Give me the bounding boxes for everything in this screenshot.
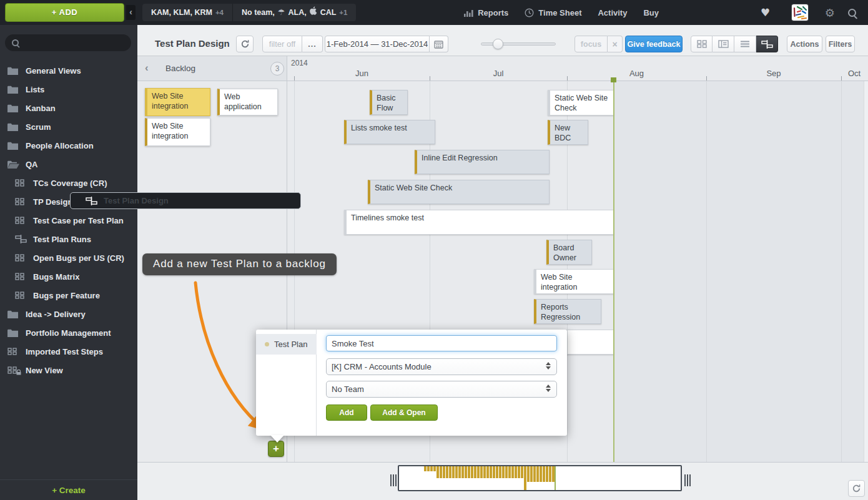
timeline-card-lists-smoke-test[interactable]: Lists smoke test: [344, 120, 435, 144]
timeline-card-timelines-smoke-test[interactable]: Timelines smoke test: [344, 210, 614, 235]
sidebar-item-open-bugs-per-us-cr[interactable]: Open Bugs per US (CR): [0, 248, 137, 267]
sidebar-item-qa[interactable]: QA: [0, 155, 137, 174]
sidebar-item-tcs-coverage-cr[interactable]: TCs Coverage (CR): [0, 174, 137, 192]
project-select[interactable]: [K] CRM - Accounts Module: [326, 358, 557, 375]
sidebar-item-idea-delivery[interactable]: Idea -> Delivery: [0, 305, 137, 323]
tutorial-tooltip: Add a new Test Plan to a backlog: [142, 253, 337, 275]
refresh-button[interactable]: [236, 36, 254, 52]
select-arrows-icon: [546, 362, 551, 370]
folder-icon: [7, 67, 19, 75]
sidebar-item-imported-test-steps[interactable]: Imported Test Steps: [0, 342, 137, 361]
view-mode-board-button[interactable]: [713, 36, 734, 52]
minimap-histogram-bar: [446, 466, 448, 478]
sidebar-item-people-allocation[interactable]: People Allocation: [0, 136, 137, 155]
give-feedback-button[interactable]: Give feedback: [625, 36, 683, 52]
timeline-card-web-site-integration[interactable]: Web Site integration: [534, 269, 614, 294]
add-button[interactable]: + ADD: [5, 3, 124, 22]
timeline-year-label: 2014: [291, 59, 308, 67]
filter-button[interactable]: filter off: [262, 36, 302, 52]
timeline-card-basic-flow[interactable]: Basic Flow: [370, 90, 408, 115]
timeline-vertical-scrollbar[interactable]: [864, 81, 868, 462]
timeline-card-static-web-site-check[interactable]: Static Web Site Check: [548, 90, 614, 115]
timeline-card-inline-edit-regression[interactable]: Inline Edit Regression: [415, 150, 550, 174]
date-range-button[interactable]: 1-Feb-2014 — 31-Dec-2014: [325, 36, 430, 52]
nav-buy[interactable]: Buy: [643, 8, 659, 17]
focus-button[interactable]: focus: [575, 36, 608, 52]
sidebar-item-test-plan-runs[interactable]: Test Plan Runs: [0, 230, 137, 248]
minimap-left-handle[interactable]: [390, 474, 397, 486]
minimap-today-line: [555, 466, 556, 490]
timeline-card-new[interactable]: [565, 330, 614, 355]
minimap-refresh-button[interactable]: [848, 480, 865, 497]
sidebar-item-label: Test Plan Runs: [33, 235, 91, 244]
calendar-icon[interactable]: [430, 36, 448, 52]
zoom-slider-knob[interactable]: [493, 39, 503, 49]
sidebar-item-label: Portfolio Management: [26, 328, 111, 338]
backlog-card-web-application[interactable]: Web application: [217, 89, 278, 115]
create-view-button[interactable]: + Create: [52, 486, 86, 495]
sidebar-search[interactable]: [5, 34, 131, 51]
teams-group-1-more: +4: [215, 4, 224, 21]
nav-activity[interactable]: Activity: [598, 8, 627, 17]
sidebar-item-portfolio-management[interactable]: Portfolio Management: [0, 323, 137, 342]
sidebar-item-new-view[interactable]: New View: [0, 361, 137, 380]
month-label-jul: Jul: [493, 69, 504, 78]
sidebar-search-input[interactable]: [24, 39, 124, 47]
zoom-slider[interactable]: [481, 42, 556, 46]
filter-more-button[interactable]: ...: [302, 36, 323, 52]
teams-group-1[interactable]: KAM, KLM, KRM +4: [142, 4, 232, 21]
folder-icon: [7, 123, 19, 131]
team-select[interactable]: No Team: [326, 381, 557, 398]
backlog-card-web-site-integration[interactable]: Web Site integration: [145, 118, 210, 146]
sidebar-item-scrum[interactable]: Scrum: [0, 117, 137, 136]
month-gridline: [841, 81, 842, 462]
add-and-open-button[interactable]: Add & Open: [370, 404, 438, 421]
minimap-histogram-bar: [502, 466, 505, 478]
month-tick: [841, 76, 842, 81]
sidebar-item-test-plan-design[interactable]: Test Plan Design: [70, 192, 301, 209]
filters-button[interactable]: Filters: [826, 36, 855, 52]
sidebar-item-label: Lists: [26, 85, 44, 94]
minimap-viewport[interactable]: [398, 465, 682, 491]
global-search-icon[interactable]: [848, 0, 856, 25]
gantt-icon: [86, 197, 97, 205]
sidebar-item-lists[interactable]: Lists: [0, 80, 137, 99]
sidebar-item-test-case-per-test-plan[interactable]: Test Case per Test Plan: [0, 211, 137, 230]
test-plan-name-input[interactable]: [326, 335, 557, 351]
view-mode-timeline-button[interactable]: [756, 36, 778, 52]
board-icon: [7, 348, 19, 355]
sidebar-item-bugs-matrix[interactable]: Bugs Matrix: [0, 267, 137, 286]
minimap-histogram-bar: [536, 466, 539, 482]
nav-time-sheet[interactable]: Time Sheet: [525, 8, 581, 17]
add-submit-button[interactable]: Add: [326, 404, 367, 421]
timeline-card-reports-regression-testing[interactable]: Reports Regression Testing: [534, 299, 601, 324]
nav-reports[interactable]: Reports: [463, 8, 508, 17]
favorites-heart-icon[interactable]: ♥: [761, 0, 770, 25]
sidebar-item-kanban[interactable]: Kanban: [0, 99, 137, 117]
backlog-card-web-site-integration[interactable]: Web Site integration: [145, 88, 210, 116]
settings-gear-icon[interactable]: ⚙: [825, 0, 835, 25]
teams-group-2[interactable]: No team, ☂ ALA, CAL +1: [232, 4, 356, 21]
month-label-sep: Sep: [766, 69, 781, 78]
board-icon: [15, 217, 27, 224]
timeline-card-board-owner[interactable]: Board Owner Regression: [546, 240, 592, 265]
minimap-right-handle[interactable]: [684, 474, 691, 486]
sidebar-item-label: New View: [26, 366, 63, 375]
sidebar-item-bugs-per-feature[interactable]: Bugs per Feature: [0, 286, 137, 305]
entity-type-test-plan[interactable]: Test Plan: [256, 334, 317, 355]
view-mode-grid-button[interactable]: [691, 36, 713, 52]
add-test-plan-plus-button[interactable]: +: [268, 441, 284, 457]
actions-button[interactable]: Actions: [787, 36, 822, 52]
minimap-histogram-bar: [430, 466, 433, 471]
view-mode-list-button[interactable]: [734, 36, 756, 52]
timeline-card-new-bdc-smoke[interactable]: New BDC smoke test: [548, 120, 588, 145]
teams-selector[interactable]: KAM, KLM, KRM +4 No team, ☂ ALA, CAL +1: [142, 4, 356, 21]
user-avatar[interactable]: [792, 0, 808, 25]
sidebar-item-general-views[interactable]: General Views: [0, 61, 137, 80]
timeline-board: 2014 JunJulAugSepOct Basic FlowStatic We…: [137, 56, 868, 462]
backlog-collapse-chevron-icon[interactable]: ‹: [145, 62, 149, 74]
board-icon: [15, 179, 27, 187]
sidebar-collapse-chevron-icon[interactable]: ‹: [126, 5, 136, 20]
timeline-card-static-web-site-check[interactable]: Static Web Site Check: [368, 180, 550, 204]
focus-close-icon[interactable]: ×: [608, 36, 623, 52]
